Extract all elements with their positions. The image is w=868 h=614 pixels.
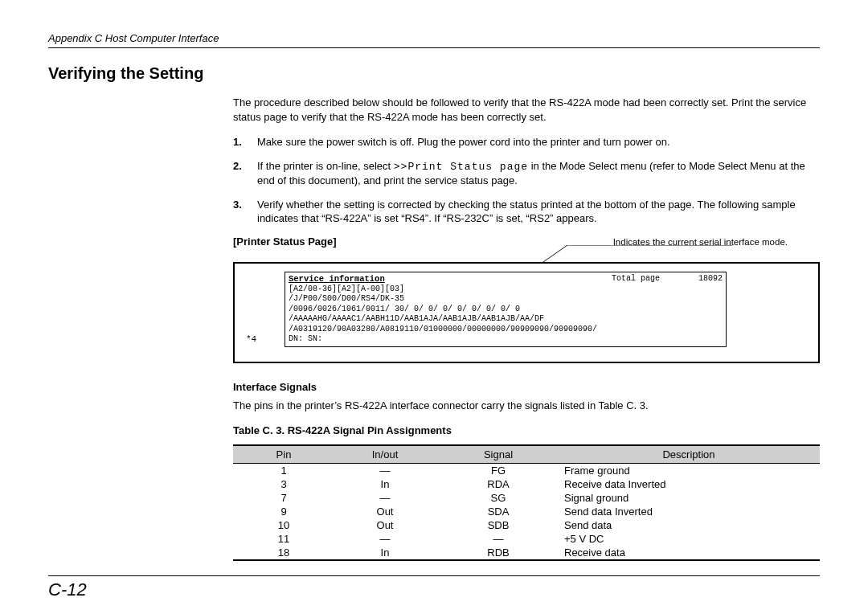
col-signal: Signal	[436, 445, 561, 464]
service-line: /0096/0026/1061/0011/ 30/ 0/ 0/ 0/ 0/ 0/…	[289, 305, 723, 315]
cell-io: —	[334, 463, 436, 477]
table-row: 1—FGFrame ground	[233, 463, 820, 477]
total-page-label: Total page	[612, 274, 660, 283]
step-number: 1.	[233, 135, 257, 149]
step-1: 1. Make sure the power switch is off. Pl…	[233, 135, 820, 149]
interface-signals-text: The pins in the printer’s RS-422A interf…	[233, 399, 820, 411]
table-title: Table C. 3. RS-422A Signal Pin Assignmen…	[233, 424, 820, 436]
cell-desc: Send data Inverted	[561, 505, 820, 518]
cell-io: —	[334, 532, 436, 546]
cell-pin: 9	[233, 505, 334, 518]
step-text: Make sure the power switch is off. Plug …	[257, 135, 820, 149]
step-number: 3.	[233, 198, 257, 226]
cell-pin: 10	[233, 518, 334, 532]
step-text: If the printer is on-line, select >>Prin…	[257, 159, 820, 188]
cell-io: In	[334, 546, 436, 560]
table-row: 18InRDBReceive data	[233, 546, 820, 560]
service-info-title: Service information	[289, 274, 385, 284]
service-line: /A0319120/90A03280/A0819110/01000000/000…	[289, 325, 723, 335]
command-text: >>Print Status page	[394, 161, 528, 173]
table-row: 11——+5 V DC	[233, 532, 820, 546]
cell-io: —	[334, 491, 436, 505]
signal-table: Pin In/out Signal Description 1—FGFrame …	[233, 444, 820, 561]
col-desc: Description	[561, 445, 820, 464]
cell-signal: RDA	[436, 477, 561, 491]
cell-desc: +5 V DC	[561, 532, 820, 546]
table-row: 9OutSDASend data Inverted	[233, 505, 820, 518]
printer-status-block: [Printer Status Page] Indicates the curr…	[233, 235, 820, 363]
footnote-star: *4	[246, 334, 256, 344]
cell-signal: FG	[436, 463, 561, 477]
service-line: [A2/08-36][A2][A-00][03]	[289, 284, 723, 295]
cell-io: Out	[334, 518, 436, 532]
service-info-box: Service information Total page 18092 [A2…	[285, 272, 727, 347]
table-row: 3InRDAReceive data Inverted	[233, 477, 820, 491]
table-row: 7—SGSignal ground	[233, 491, 820, 505]
intro-paragraph: The procedure described below should be …	[233, 96, 820, 124]
table-header-row: Pin In/out Signal Description	[233, 445, 820, 464]
printer-status-image: *4 Service information Total page 18092 …	[233, 262, 820, 363]
callout-text: Indicates the current serial interface m…	[613, 237, 788, 247]
col-pin: Pin	[233, 445, 334, 464]
step-text-before: If the printer is on-line, select	[257, 160, 394, 172]
cell-io: In	[334, 477, 436, 491]
cell-desc: Receive data	[561, 546, 820, 560]
cell-pin: 3	[233, 477, 334, 491]
cell-pin: 11	[233, 532, 334, 546]
step-number: 2.	[233, 159, 257, 188]
cell-desc: Receive data Inverted	[561, 477, 820, 491]
printer-status-label: [Printer Status Page]	[233, 235, 337, 248]
cell-signal: SDB	[436, 518, 561, 532]
total-page-value: 18092	[698, 274, 723, 283]
interface-signals-heading: Interface Signals	[233, 381, 820, 393]
step-2: 2. If the printer is on-line, select >>P…	[233, 159, 820, 188]
cell-signal: SG	[436, 491, 561, 505]
service-line: DN: SN:	[289, 334, 723, 345]
cell-desc: Frame ground	[561, 463, 820, 477]
cell-pin: 18	[233, 546, 334, 560]
step-3: 3. Verify whether the setting is correct…	[233, 198, 820, 226]
section-title: Verifying the Setting	[48, 64, 820, 83]
total-page: Total page 18092	[612, 274, 723, 284]
service-line: /AAAAAHG/AAAAC1/AABH11D/AAB1AJA/AAB1AJB/…	[289, 314, 723, 325]
page-number: C-12	[48, 575, 820, 600]
content-body: The procedure described below should be …	[233, 96, 820, 561]
cell-desc: Send data	[561, 518, 820, 532]
cell-signal: SDA	[436, 505, 561, 518]
steps-list: 1. Make sure the power switch is off. Pl…	[233, 135, 820, 226]
page-header: Appendix C Host Computer Interface	[48, 32, 820, 48]
cell-pin: 1	[233, 463, 334, 477]
cell-signal: —	[436, 532, 561, 546]
cell-io: Out	[334, 505, 436, 518]
cell-pin: 7	[233, 491, 334, 505]
service-line: /J/P00/S00/D00/RS4/DK-35	[289, 294, 723, 305]
step-text: Verify whether the setting is corrected …	[257, 198, 820, 226]
col-io: In/out	[334, 445, 436, 464]
table-body: 1—FGFrame ground 3InRDAReceive data Inve…	[233, 463, 820, 560]
cell-signal: RDB	[436, 546, 561, 560]
cell-desc: Signal ground	[561, 491, 820, 505]
table-row: 10OutSDBSend data	[233, 518, 820, 532]
